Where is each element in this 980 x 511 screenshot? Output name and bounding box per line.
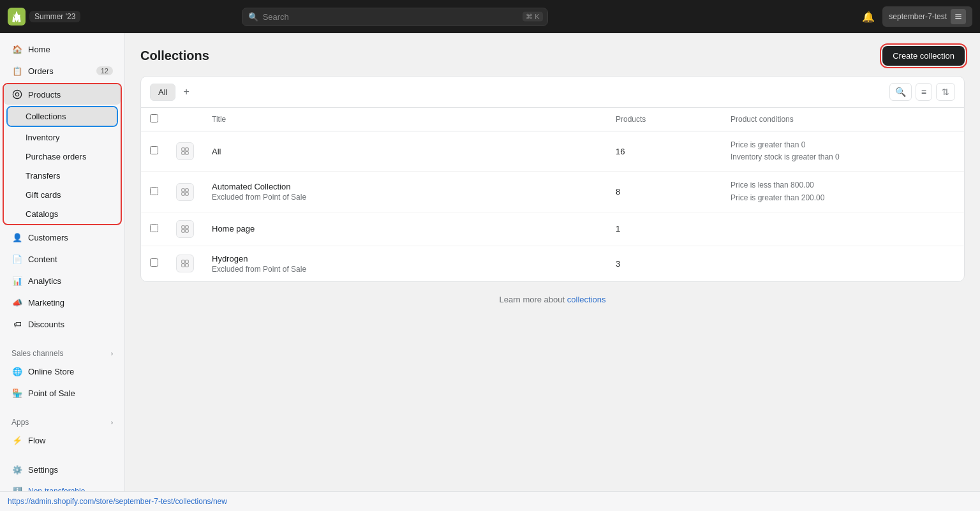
sidebar-item-transfers[interactable]: Transfers [8, 167, 117, 185]
sidebar-item-label: Transfers [26, 171, 60, 181]
sidebar-item-products[interactable]: Products [4, 84, 121, 105]
collection-title[interactable]: Hydrogen [212, 254, 598, 263]
card-toolbar: All + 🔍 ≡ ⇅ [141, 77, 964, 108]
sidebar-item-point-of-sale[interactable]: 🏪 Point of Sale [4, 383, 121, 403]
chevron-right-icon-2: › [111, 419, 113, 426]
sidebar-item-label: Online Store [28, 367, 74, 376]
collection-icon [176, 255, 194, 272]
table-row: Home page 1 [141, 212, 964, 246]
analytics-icon: 📊 [11, 275, 23, 286]
sidebar-item-label: Inventory [26, 133, 59, 142]
row-conditions-cell [722, 212, 964, 246]
sidebar-item-home[interactable]: 🏠 Home [4, 39, 121, 59]
svg-rect-6 [182, 188, 185, 191]
collection-title[interactable]: All [212, 147, 598, 156]
sales-channels-section: Sales channels › [0, 343, 124, 360]
svg-rect-11 [186, 226, 189, 229]
sidebar-item-analytics[interactable]: 📊 Analytics [4, 270, 121, 291]
sidebar-item-settings[interactable]: ⚙️ Settings [4, 459, 121, 480]
table-body: All 16 Price is greater than 0Inventory … [141, 131, 964, 281]
sort-button[interactable]: ⇅ [936, 83, 955, 101]
store-badge: Summer '23 [29, 11, 80, 22]
bottombar-url[interactable]: https://admin.shopify.com/store/septembe… [8, 497, 227, 506]
collection-title[interactable]: Automated Collection [212, 182, 598, 191]
sidebar-item-flow[interactable]: ⚡ Flow [4, 430, 121, 450]
header-icon-cell [167, 108, 203, 131]
search-shortcut: ⌘ K [523, 12, 542, 22]
create-collection-button[interactable]: Create collection [882, 46, 965, 66]
sidebar-item-customers[interactable]: 👤 Customers [4, 227, 121, 248]
svg-point-1 [15, 93, 19, 96]
row-checkbox-cell [141, 131, 167, 172]
filter-button[interactable]: ≡ [916, 83, 932, 101]
row-checkbox[interactable] [150, 187, 158, 195]
apps-section: Apps › [0, 411, 124, 429]
row-checkbox[interactable] [150, 224, 158, 232]
user-name: september-7-test [889, 12, 947, 21]
chevron-right-icon: › [111, 350, 113, 357]
collections-link[interactable]: collections [567, 295, 606, 304]
sidebar-item-label: Purchase orders [26, 152, 86, 161]
svg-rect-7 [186, 188, 189, 191]
sidebar-item-online-store[interactable]: 🌐 Online Store [4, 361, 121, 381]
row-icon-cell [167, 246, 203, 281]
sidebar-item-discounts[interactable]: 🏷 Discounts [4, 314, 121, 334]
search-bar[interactable]: 🔍 ⌘ K [242, 8, 548, 26]
row-title-cell[interactable]: Home page [203, 212, 607, 246]
header-conditions: Product conditions [722, 108, 964, 131]
search-icon: 🔍 [248, 12, 258, 22]
tab-all[interactable]: All [150, 84, 175, 101]
tab-group: All + [150, 84, 195, 101]
collection-subtitle: Excluded from Point of Sale [212, 193, 598, 202]
collection-icon [176, 220, 194, 238]
page-header: Collections Create collection [140, 46, 965, 66]
sidebar-item-label: Flow [28, 436, 45, 445]
sidebar-item-purchase-orders[interactable]: Purchase orders [8, 147, 117, 166]
sidebar-item-marketing[interactable]: 📣 Marketing [4, 292, 121, 313]
svg-rect-4 [182, 152, 185, 155]
sidebar-item-nontransferable[interactable]: ℹ️ Non-transferable [4, 481, 121, 491]
row-checkbox-cell [141, 246, 167, 281]
row-products-cell: 8 [607, 172, 722, 212]
sidebar-item-gift-cards[interactable]: Gift cards [8, 186, 117, 204]
select-all-checkbox[interactable] [150, 114, 158, 122]
collection-icon [176, 142, 194, 160]
row-checkbox-cell [141, 172, 167, 212]
home-icon: 🏠 [11, 43, 23, 55]
svg-rect-3 [186, 148, 189, 151]
collections-highlight-box: Collections [6, 106, 118, 127]
svg-rect-15 [186, 260, 189, 263]
svg-rect-13 [186, 229, 189, 232]
sidebar-item-catalogs[interactable]: Catalogs [8, 205, 117, 223]
search-filter-button[interactable]: 🔍 [889, 83, 912, 101]
collection-title[interactable]: Home page [212, 224, 598, 233]
sidebar-item-content[interactable]: 📄 Content [4, 249, 121, 269]
conditions-text: Price is greater than 0Inventory stock i… [731, 139, 955, 163]
orders-badge: 12 [96, 66, 113, 75]
row-products-cell: 1 [607, 212, 722, 246]
content-icon: 📄 [11, 253, 23, 265]
products-count: 16 [616, 147, 625, 156]
header-checkbox-cell [141, 108, 167, 131]
row-checkbox[interactable] [150, 146, 158, 154]
svg-rect-2 [182, 148, 185, 151]
table-header: Title Products Product conditions [141, 108, 964, 131]
sidebar-item-inventory[interactable]: Inventory [8, 128, 117, 147]
row-title-cell[interactable]: All [203, 131, 607, 172]
sidebar-item-label: Customers [28, 233, 68, 242]
orders-icon: 📋 [11, 65, 23, 77]
sidebar-item-orders[interactable]: 📋 Orders 12 [4, 61, 121, 81]
search-input[interactable] [242, 8, 548, 26]
logo[interactable]: Summer '23 [8, 8, 80, 26]
row-checkbox[interactable] [150, 258, 158, 267]
row-conditions-cell: Price is greater than 0Inventory stock i… [722, 131, 964, 172]
sidebar-item-collections[interactable]: Collections [8, 107, 117, 126]
row-title-cell[interactable]: Hydrogen Excluded from Point of Sale [203, 246, 607, 281]
collection-icon [176, 183, 194, 201]
user-menu-button[interactable]: september-7-test [882, 6, 972, 27]
sidebar: 🏠 Home 📋 Orders 12 Products Collections [0, 33, 125, 491]
row-title-cell[interactable]: Automated Collection Excluded from Point… [203, 172, 607, 212]
svg-rect-17 [186, 264, 189, 267]
notifications-button[interactable]: 🔔 [862, 11, 875, 23]
add-tab-button[interactable]: + [178, 84, 194, 100]
